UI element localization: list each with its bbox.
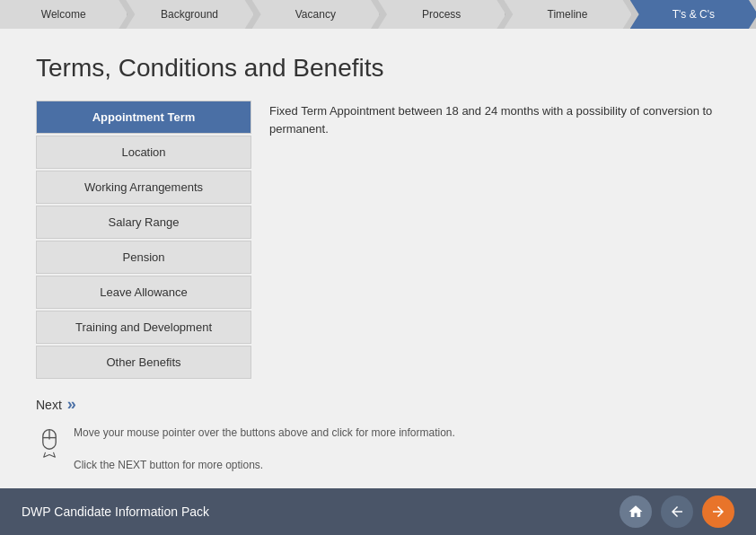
nav-item-timeline[interactable]: Timeline: [504, 0, 631, 29]
menu-appointment-term[interactable]: Appointment Term: [36, 101, 251, 134]
nav-item-vacancy[interactable]: Vacancy: [252, 0, 380, 29]
footer-title: DWP Candidate Information Pack: [22, 504, 209, 519]
back-icon: [669, 504, 685, 520]
menu-location[interactable]: Location: [36, 136, 251, 169]
forward-button[interactable]: [702, 496, 734, 528]
main-content: Terms, Conditions and Benefits Appointme…: [0, 29, 756, 491]
home-icon: [628, 504, 644, 520]
mouse-icon: [36, 426, 63, 459]
top-nav: Welcome Background Vacancy Process Timel…: [0, 0, 756, 29]
home-button[interactable]: [620, 496, 652, 528]
menu-leave-allowance[interactable]: Leave Allowance: [36, 276, 251, 309]
right-content: Fixed Term Appointment between 18 and 24…: [269, 101, 720, 381]
hint-line2: Click the NEXT button for more options.: [74, 457, 455, 473]
nav-item-background[interactable]: Background: [126, 0, 253, 29]
back-button[interactable]: [661, 496, 693, 528]
left-menu: Appointment Term Location Working Arrang…: [36, 101, 251, 381]
content-text: Fixed Term Appointment between 18 and 24…: [269, 102, 720, 137]
menu-training-development[interactable]: Training and Development: [36, 311, 251, 344]
nav-item-tcs[interactable]: T's & C's: [630, 0, 756, 29]
page-title: Terms, Conditions and Benefits: [36, 54, 720, 83]
next-row: Next »: [36, 395, 720, 414]
hint-row: Move your mouse pointer over the buttons…: [36, 425, 720, 473]
menu-salary-range[interactable]: Salary Range: [36, 206, 251, 239]
hint-text: Move your mouse pointer over the buttons…: [74, 425, 455, 473]
menu-other-benefits[interactable]: Other Benefits: [36, 346, 251, 379]
forward-icon: [710, 504, 726, 520]
menu-pension[interactable]: Pension: [36, 241, 251, 274]
menu-working-arrangements[interactable]: Working Arrangements: [36, 171, 251, 204]
footer-buttons: [620, 496, 734, 528]
footer: DWP Candidate Information Pack: [0, 488, 756, 535]
hint-line1: Move your mouse pointer over the buttons…: [74, 425, 455, 441]
nav-item-process[interactable]: Process: [378, 0, 505, 29]
next-label: Next: [36, 398, 62, 412]
next-button[interactable]: »: [67, 395, 76, 414]
nav-item-welcome[interactable]: Welcome: [0, 0, 127, 29]
layout: Appointment Term Location Working Arrang…: [36, 101, 720, 381]
